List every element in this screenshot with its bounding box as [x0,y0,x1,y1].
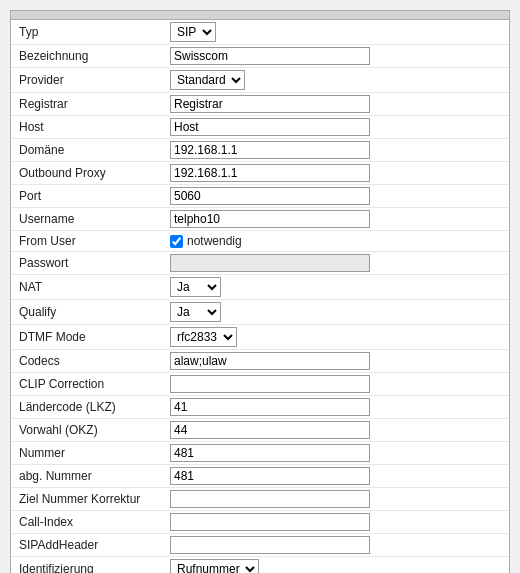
select-dtmf-mode[interactable]: rfc2833inbandinfo [170,327,237,347]
field-label: Bezeichnung [11,45,166,68]
password-input[interactable] [170,254,370,272]
field-label: CLIP Correction [11,373,166,396]
field-label: From User [11,231,166,252]
select-identifizierung[interactable]: RufnummerUsername [170,559,259,573]
field-label: NAT [11,275,166,300]
field-value [166,534,509,557]
table-row: QualifyJaNein [11,300,509,325]
table-row: Codecs [11,350,509,373]
field-label: Provider [11,68,166,93]
field-value: JaNein [166,300,509,325]
field-label: Ländercode (LKZ) [11,396,166,419]
input-call-index[interactable] [170,513,370,531]
field-label: Domäne [11,139,166,162]
field-value [166,488,509,511]
field-label: Username [11,208,166,231]
table-row: Passwort [11,252,509,275]
input-port[interactable] [170,187,370,205]
field-value [166,116,509,139]
table-row: NATJaNein [11,275,509,300]
table-row: From Usernotwendig [11,231,509,252]
table-row: ProviderStandard [11,68,509,93]
field-label: Passwort [11,252,166,275]
table-row: Call-Index [11,511,509,534]
table-row: abg. Nummer [11,465,509,488]
field-label: abg. Nummer [11,465,166,488]
input-bezeichnung[interactable] [170,47,370,65]
field-value [166,465,509,488]
field-value [166,350,509,373]
select-qualify[interactable]: JaNein [170,302,221,322]
input-sipaddheader[interactable] [170,536,370,554]
field-value [166,442,509,465]
field-label: Ziel Nummer Korrektur [11,488,166,511]
field-value [166,373,509,396]
field-value [166,139,509,162]
field-value [166,252,509,275]
field-label: Qualify [11,300,166,325]
table-row: Ländercode (LKZ) [11,396,509,419]
field-value: SIPIAX [166,20,509,45]
table-row: Port [11,185,509,208]
field-value [166,162,509,185]
input-domäne[interactable] [170,141,370,159]
input-outbound-proxy[interactable] [170,164,370,182]
from-user-checkbox[interactable] [170,235,183,248]
input-username[interactable] [170,210,370,228]
table-row: Host [11,116,509,139]
table-row: IdentifizierungRufnummerUsername [11,557,509,574]
field-label: SIPAddHeader [11,534,166,557]
table-row: Username [11,208,509,231]
field-label: DTMF Mode [11,325,166,350]
field-label: Identifizierung [11,557,166,574]
field-value: rfc2833inbandinfo [166,325,509,350]
input-host[interactable] [170,118,370,136]
select-provider[interactable]: Standard [170,70,245,90]
input-vorwahl--okz-[interactable] [170,421,370,439]
input-clip-correction[interactable] [170,375,370,393]
select-nat[interactable]: JaNein [170,277,221,297]
select-typ[interactable]: SIPIAX [170,22,216,42]
field-value: RufnummerUsername [166,557,509,574]
field-value [166,419,509,442]
input-ländercode--lkz-[interactable] [170,398,370,416]
table-row: TypSIPIAX [11,20,509,45]
allgemein-panel: TypSIPIAXBezeichnungProviderStandardRegi… [10,10,510,573]
field-label: Typ [11,20,166,45]
input-abg.-nummer[interactable] [170,467,370,485]
field-label: Host [11,116,166,139]
table-row: Nummer [11,442,509,465]
input-codecs[interactable] [170,352,370,370]
table-row: Bezeichnung [11,45,509,68]
from-user-label: notwendig [187,234,242,248]
table-row: Vorwahl (OKZ) [11,419,509,442]
input-ziel-nummer-korrektur[interactable] [170,490,370,508]
field-label: Port [11,185,166,208]
field-value [166,185,509,208]
table-row: Domäne [11,139,509,162]
field-value: notwendig [166,231,509,252]
table-row: Ziel Nummer Korrektur [11,488,509,511]
field-value [166,396,509,419]
input-nummer[interactable] [170,444,370,462]
form-table: TypSIPIAXBezeichnungProviderStandardRegi… [11,20,509,573]
table-row: Outbound Proxy [11,162,509,185]
table-row: CLIP Correction [11,373,509,396]
table-row: SIPAddHeader [11,534,509,557]
field-value: Standard [166,68,509,93]
field-label: Nummer [11,442,166,465]
field-value [166,45,509,68]
field-value [166,511,509,534]
field-value [166,93,509,116]
input-registrar[interactable] [170,95,370,113]
field-value: JaNein [166,275,509,300]
table-row: DTMF Moderfc2833inbandinfo [11,325,509,350]
field-label: Call-Index [11,511,166,534]
table-row: Registrar [11,93,509,116]
field-label: Vorwahl (OKZ) [11,419,166,442]
field-label: Outbound Proxy [11,162,166,185]
field-label: Codecs [11,350,166,373]
field-value [166,208,509,231]
panel-title [11,11,509,20]
field-label: Registrar [11,93,166,116]
